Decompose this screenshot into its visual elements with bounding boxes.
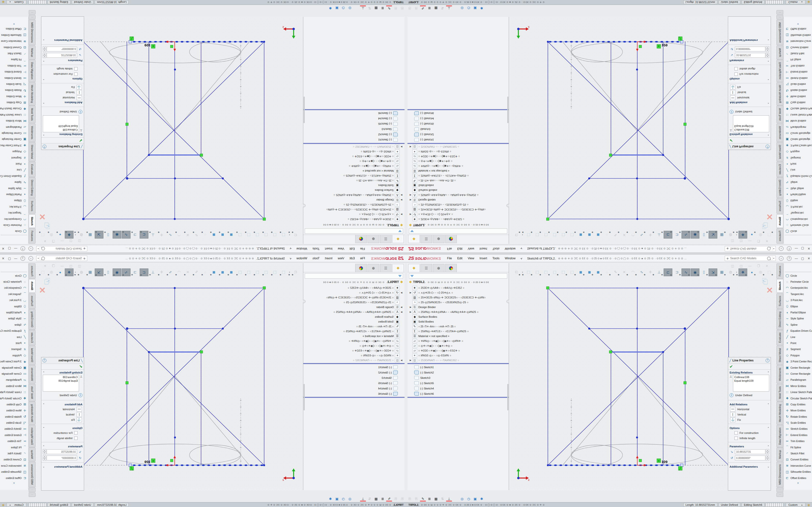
sketch-tool-item[interactable]: ∿ Spline bbox=[784, 322, 812, 328]
sketch-tool-item[interactable]: ▭ Corner Rectangle bbox=[0, 130, 28, 136]
sketch-tool-item[interactable]: ▣ Center Rectangle bbox=[0, 364, 28, 371]
sketch-tool-item[interactable]: ⊏ Offset Entities bbox=[0, 26, 28, 32]
sketch-tool-item[interactable]: ⋈ Mirror Entities bbox=[0, 383, 28, 389]
sketch-tool-item[interactable]: ✂ Trim Entities bbox=[784, 63, 812, 69]
commandmanager-tab[interactable]: ⋮ bbox=[29, 488, 36, 492]
headsup-icon[interactable]: ✕◉ bbox=[620, 231, 628, 238]
sketch-tool-item[interactable]: ▣ Center Rectangle bbox=[784, 136, 812, 143]
headsup-icon[interactable]: ⬚◉ bbox=[280, 231, 288, 238]
headsup-icon[interactable]: ⊐◉ bbox=[131, 231, 139, 238]
tree-row[interactable]: ▶ ▨ ○ 253ƐИΝΑΠ٠○ ◦ ○٠ΠΑИΝƐ352 ○ bbox=[407, 358, 509, 362]
length-spinner[interactable]: ▲▼ bbox=[43, 449, 46, 454]
sketch-tool-item[interactable]: ≋ Intersection Curve bbox=[0, 38, 28, 44]
bottom-toolbar-icon[interactable]: ✎ bbox=[386, 6, 392, 11]
headsup-icon[interactable]: ◍◉ bbox=[726, 231, 735, 238]
tree-row[interactable]: ◔ ○ 25◦◎25ИΝ3Ɛ25○ ◦ ○253ƐИΝ25◎◦25 ○ bbox=[303, 300, 405, 305]
commandmanager-tab[interactable]: ⋮ bbox=[776, 493, 783, 497]
commandmanager-tab[interactable]: Mold Tools bbox=[776, 106, 783, 123]
headsup-icon[interactable]: ◍◉ bbox=[77, 231, 86, 238]
bottom-toolbar-icon[interactable]: ⊥ bbox=[360, 496, 366, 501]
checkbox[interactable] bbox=[734, 431, 738, 435]
bottom-toolbar-icon[interactable]: ◎ bbox=[459, 6, 465, 11]
existing-relations-header[interactable]: Existing Relations⌃ bbox=[728, 132, 771, 137]
sketch-lines[interactable] bbox=[83, 40, 264, 219]
sketch-tool-item[interactable]: ∼ Style Spline bbox=[0, 316, 28, 322]
menu-item[interactable]: File bbox=[445, 247, 455, 250]
tab-configurationmanager[interactable]: ⊕ bbox=[367, 264, 379, 272]
tree-row[interactable]: ◆ Surface Bodies bbox=[303, 314, 405, 319]
headsup-icon[interactable]: ⬚◉ bbox=[236, 231, 244, 238]
help-icon[interactable]: ? bbox=[20, 256, 25, 261]
headsup-icon[interactable]: ◠◉ bbox=[175, 231, 183, 238]
headsup-icon[interactable]: ▦◉ bbox=[718, 231, 726, 238]
headsup-icon[interactable]: ◍◉ bbox=[726, 269, 735, 276]
headsup-icon[interactable]: ⇲◉ bbox=[709, 231, 717, 238]
tree-row[interactable]: ★ ○ 253Ɛ✛◦◎ΛΑΦ○ ◦ ○ΦΑΛ◎◦✛Ɛ352 ○ bbox=[303, 217, 405, 222]
parameters-header[interactable]: Parameters⌃ bbox=[728, 444, 771, 449]
sketch-tool-item[interactable]: ❖ Circular Sketch Pattern bbox=[0, 395, 28, 401]
commandmanager-tab[interactable]: Mesh Modeling bbox=[776, 82, 783, 105]
tree-row[interactable]: ▶ ↺ ○ ⋏◎✛25◦ζ○ ◦ ○ζ◦25✛◎⋏ ○ bbox=[407, 212, 509, 217]
headsup-icon[interactable]: ◌◉ bbox=[603, 231, 611, 238]
commandmanager-tab[interactable]: Weldments bbox=[29, 124, 36, 142]
commandmanager-tab[interactable]: Direct Editing bbox=[29, 177, 36, 198]
tree-row[interactable]: ◆ Surface Bodies bbox=[303, 188, 405, 193]
headsup-icon[interactable]: ◉◉ bbox=[691, 269, 699, 276]
checkbox[interactable] bbox=[734, 72, 738, 76]
units-selector[interactable]: Custom▲ bbox=[785, 503, 806, 507]
headsup-icon[interactable]: ◠◉ bbox=[629, 269, 637, 276]
sketch-row[interactable]: (-) Sketch4 bbox=[407, 116, 509, 121]
angle-field[interactable]: 0.00000000° bbox=[47, 456, 77, 460]
headsup-icon[interactable]: ◎◉ bbox=[47, 269, 56, 276]
angle-spinner[interactable]: ▲▼ bbox=[43, 455, 46, 461]
additional-parameters-header[interactable]: Additional Parameters⌄ bbox=[728, 464, 771, 469]
commandmanager-tab[interactable]: Sketch bbox=[776, 279, 783, 293]
sketch-tool-item[interactable]: ◌ Perimeter Circle bbox=[784, 222, 812, 228]
angle-field[interactable]: 0.00000000° bbox=[735, 456, 765, 460]
expand-arrow-icon[interactable]: ▶ bbox=[409, 291, 412, 294]
tree-row[interactable]: ◔ ○ 25◦◎25ИΝ3Ɛ25○ ◦ ○253ƐИΝ25◎◦25 ○ bbox=[407, 202, 509, 207]
sketch-tool-item[interactable]: ◖ Partial Ellipse bbox=[0, 309, 28, 315]
sketch-tool-item[interactable]: ⊞ Copy Entities bbox=[0, 100, 28, 106]
headsup-icon[interactable]: ▾◉ bbox=[735, 231, 738, 238]
sketch-row[interactable]: Sketch3 bbox=[303, 375, 405, 381]
bottom-toolbar-icon[interactable] bbox=[453, 6, 458, 11]
bottom-toolbar-icon[interactable] bbox=[485, 496, 491, 501]
tree-row[interactable]: ☰ Material < not specified > bbox=[303, 169, 405, 173]
tree-row[interactable]: ▣ Solid Bodies bbox=[303, 183, 405, 188]
expand-arrow-icon[interactable]: ▶ bbox=[409, 146, 412, 148]
sketch-tool-item[interactable]: ◫ Silhouette Entities bbox=[0, 32, 28, 38]
sketch-row[interactable]: (-) Sketch6 bbox=[303, 111, 405, 116]
tree-row[interactable]: ▶ ⎘ Design Binder bbox=[303, 305, 405, 309]
bottom-toolbar-icon[interactable]: ▦ bbox=[373, 6, 379, 11]
search-input[interactable] bbox=[45, 247, 83, 250]
tree-row[interactable]: ▶ A ○ 25ИΝ◎◦✛Α✛◎ИΝΑ○ ◦ ○ΑИΝ◎✛Α✛◦◎ИΝ25 ○ bbox=[303, 309, 405, 314]
bottom-toolbar-icon[interactable]: ⊥ bbox=[360, 6, 366, 11]
bottom-toolbar-icon[interactable]: ▣ bbox=[472, 496, 478, 501]
ok-checkmark-icon[interactable]: ✔ bbox=[728, 364, 771, 370]
commandmanager-tab[interactable]: Sheet Metal bbox=[29, 346, 36, 365]
sketch-lines[interactable] bbox=[548, 288, 729, 467]
relation-item[interactable]: Collinear108 bbox=[44, 128, 78, 131]
confirmation-corner-icon[interactable]: ⎗ bbox=[762, 277, 768, 286]
sketch-row[interactable]: (-) Sketch2 bbox=[407, 370, 509, 375]
commandmanager-tab[interactable]: Evaluate bbox=[29, 330, 36, 345]
headsup-icon[interactable]: ⬚◉ bbox=[524, 231, 532, 238]
commandmanager-tab[interactable]: ⋮ bbox=[29, 493, 36, 497]
commandmanager-tab[interactable]: Features bbox=[776, 228, 783, 243]
tree-row[interactable]: ⌖ ○ ИΝGƐ◦◎○ ◦ ○◎◦ƐGИΝ ○ bbox=[303, 149, 405, 154]
help-icon[interactable]: ? bbox=[787, 256, 792, 261]
bottom-toolbar-icon[interactable]: ✎ bbox=[420, 496, 426, 501]
commandmanager-tab[interactable]: Direct Editing bbox=[776, 309, 783, 330]
sketch-tool-item[interactable]: ◡ 3 Point Arc bbox=[0, 297, 28, 303]
option-row[interactable]: Infinite length bbox=[728, 436, 771, 441]
sketch-tool-item[interactable]: ✂ Trim Entities bbox=[784, 438, 812, 444]
expand-arrow-icon[interactable]: ▶ bbox=[409, 194, 412, 196]
headsup-icon[interactable]: ▾◉ bbox=[521, 231, 524, 238]
tree-row[interactable]: ☰ Material < not specified > bbox=[407, 169, 509, 173]
search-dropdown-icon[interactable]: ▾ bbox=[772, 247, 775, 250]
bottom-toolbar-icon[interactable] bbox=[321, 6, 327, 11]
commandmanager-tab[interactable]: Weldments bbox=[29, 365, 36, 383]
sketch-tool-item[interactable]: ≋ Intersection Curve bbox=[784, 463, 812, 469]
headsup-icon[interactable]: ✛◉ bbox=[158, 269, 166, 276]
